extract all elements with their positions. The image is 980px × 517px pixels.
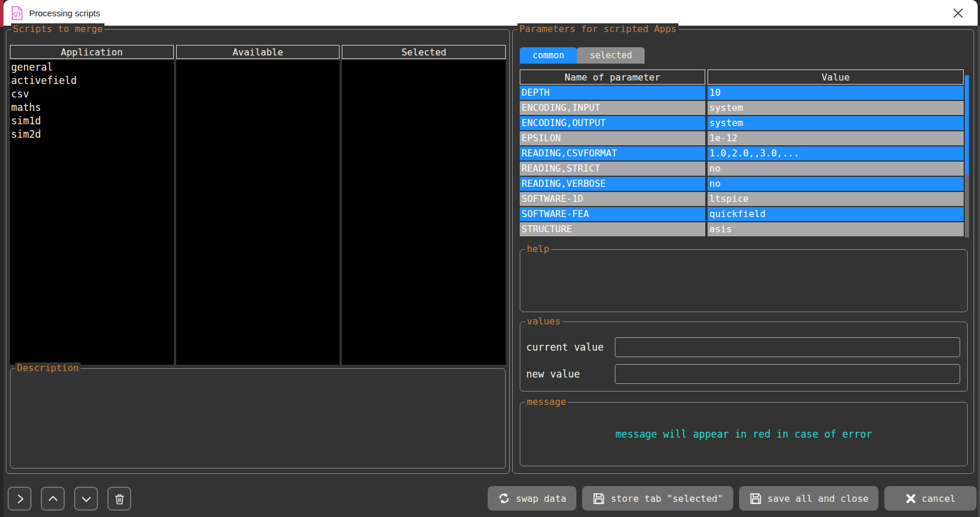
message-text: message will appear in red in case of er… — [615, 428, 872, 440]
move-up-button[interactable] — [41, 487, 65, 511]
table-row[interactable]: STRUCTUREasis — [520, 222, 964, 236]
param-name-cell[interactable]: EPSILON — [520, 131, 705, 145]
floppy-icon — [592, 492, 606, 505]
group-title: Parameters for scripted Apps — [517, 23, 678, 35]
param-value-cell[interactable]: system — [708, 116, 964, 130]
store-tab-selected-button[interactable]: store tab "selected" — [582, 486, 733, 511]
table-header-value: Value — [708, 69, 964, 85]
list-item[interactable]: sim1d — [11, 114, 173, 128]
new-value-row: new value — [526, 364, 960, 384]
group-title: Scripts to merge — [11, 23, 104, 35]
x-icon — [905, 493, 916, 504]
param-name-cell[interactable]: READING,CSVFORMAT — [520, 146, 705, 160]
table-body: DEPTH10ENCODING,INPUTsystemENCODING,OUTP… — [520, 86, 964, 237]
application-list[interactable]: generalactivefieldcsvmathssim1dsim2d — [10, 60, 174, 365]
list-action-buttons — [8, 487, 131, 511]
button-label: store tab "selected" — [611, 493, 723, 504]
new-value-field[interactable] — [615, 364, 960, 384]
close-button[interactable] — [943, 1, 973, 25]
param-value-cell[interactable]: quickfield — [708, 207, 964, 221]
list-item[interactable]: general — [11, 61, 173, 74]
list-item[interactable]: csv — [11, 88, 173, 101]
table-row[interactable]: SOFTWARE-FEAquickfield — [520, 207, 964, 221]
swap-icon — [498, 492, 510, 505]
button-label: save all and close — [768, 493, 869, 504]
param-name-cell[interactable]: READING,STRICT — [520, 162, 705, 176]
param-value-cell[interactable]: no — [708, 177, 964, 191]
param-name-cell[interactable]: ENCODING,INPUT — [520, 101, 705, 115]
table-header-row: Name of parameter Value — [520, 69, 964, 85]
column-header-available: Available — [176, 45, 340, 59]
processing-scripts-dialog: Processing scripts Scripts to merge Appl… — [4, 0, 978, 517]
delete-button[interactable] — [107, 487, 131, 511]
list-item[interactable]: activefield — [11, 74, 173, 88]
code-file-icon — [10, 6, 23, 20]
current-value-label: current value — [526, 341, 615, 353]
param-name-cell[interactable]: DEPTH — [520, 86, 705, 100]
table-row[interactable]: ENCODING,INPUTsystem — [520, 101, 964, 115]
current-value-row: current value — [526, 337, 960, 357]
current-value-field[interactable] — [615, 337, 960, 357]
scripts-to-merge-group: Scripts to merge Application Available S… — [6, 29, 510, 474]
group-title: help — [525, 243, 551, 254]
column-header-selected: Selected — [342, 45, 506, 59]
param-value-cell[interactable]: system — [708, 101, 964, 115]
list-item[interactable]: sim2d — [11, 128, 173, 141]
table-row[interactable]: DEPTH10 — [520, 86, 964, 100]
tab-common[interactable]: common — [520, 47, 577, 64]
cancel-button[interactable]: cancel — [884, 486, 977, 511]
param-value-cell[interactable]: ltspice — [708, 192, 964, 206]
values-group: values current value new value — [520, 322, 968, 392]
table-row[interactable]: EPSILON1e-12 — [520, 131, 964, 145]
chevron-right-icon — [13, 492, 27, 506]
move-down-button[interactable] — [74, 487, 98, 511]
scrollbar-thumb[interactable] — [965, 75, 969, 174]
group-title: values — [525, 316, 562, 327]
column-header-application: Application — [10, 45, 174, 59]
group-title: Description — [15, 362, 80, 373]
param-name-cell[interactable]: SOFTWARE-FEA — [520, 207, 705, 221]
table-row[interactable]: SOFTWARE-1Dltspice — [520, 192, 964, 206]
parameter-tabs: common selected — [520, 47, 645, 64]
save-all-and-close-button[interactable]: save all and close — [739, 486, 878, 511]
chevron-up-icon — [46, 492, 60, 506]
selected-list[interactable] — [342, 60, 506, 365]
trash-icon — [113, 492, 127, 506]
list-headers: Application Available Selected — [10, 45, 506, 59]
table-row[interactable]: READING,VERBOSEno — [520, 177, 964, 191]
table-row[interactable]: READING,STRICTno — [520, 162, 964, 176]
button-label: cancel — [922, 493, 956, 504]
script-lists: generalactivefieldcsvmathssim1dsim2d — [10, 60, 506, 365]
parameters-group: Parameters for scripted Apps common sele… — [512, 29, 974, 474]
param-name-cell[interactable]: ENCODING,OUTPUT — [520, 116, 705, 130]
table-row[interactable]: ENCODING,OUTPUTsystem — [520, 116, 964, 130]
group-title: message — [525, 396, 568, 407]
param-name-cell[interactable]: STRUCTURE — [520, 222, 705, 236]
floppy-icon — [749, 492, 762, 505]
move-right-button[interactable] — [8, 487, 32, 511]
table-header-name: Name of parameter — [520, 69, 705, 85]
chevron-down-icon — [79, 492, 93, 506]
param-value-cell[interactable]: asis — [708, 222, 964, 236]
parameter-table: Name of parameter Value DEPTH10ENCODING,… — [520, 69, 969, 237]
param-value-cell[interactable]: 1e-12 — [708, 131, 964, 145]
scrollbar-track[interactable] — [965, 174, 969, 237]
title-bar: Processing scripts — [4, 0, 978, 26]
table-row[interactable]: READING,CSVFORMAT1.0,2.0,,3.0,... — [520, 146, 964, 160]
dialog-action-buttons: swap data store tab "selected" save al — [488, 486, 977, 511]
param-name-cell[interactable]: READING,VERBOSE — [520, 177, 705, 191]
message-group: message message will appear in red in ca… — [520, 402, 968, 466]
new-value-label: new value — [526, 368, 615, 380]
close-icon — [953, 8, 964, 19]
param-name-cell[interactable]: SOFTWARE-1D — [520, 192, 705, 206]
table-scrollbar[interactable] — [965, 69, 969, 237]
window-title: Processing scripts — [29, 8, 100, 18]
button-label: swap data — [516, 493, 566, 504]
param-value-cell[interactable]: 1.0,2.0,,3.0,... — [708, 146, 964, 160]
tab-selected[interactable]: selected — [577, 47, 645, 64]
swap-data-button[interactable]: swap data — [488, 486, 576, 511]
param-value-cell[interactable]: 10 — [708, 86, 964, 100]
list-item[interactable]: maths — [11, 101, 173, 114]
param-value-cell[interactable]: no — [708, 162, 964, 176]
available-list[interactable] — [176, 60, 340, 365]
